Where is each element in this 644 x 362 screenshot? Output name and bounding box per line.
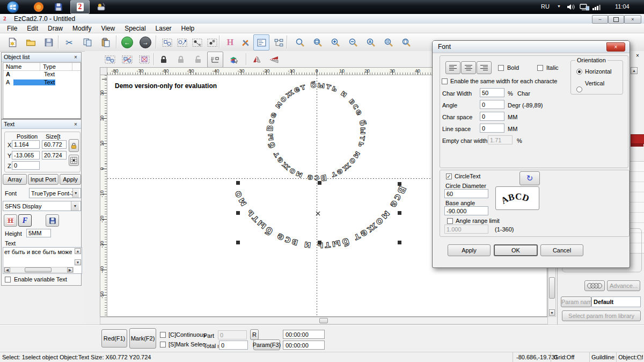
tray-expand-icon[interactable]: ▼ (557, 4, 561, 8)
align-left-button[interactable] (445, 61, 460, 74)
scroll-right-icon[interactable]: ▶ (67, 267, 73, 272)
unlock-all-button[interactable] (190, 52, 206, 68)
pen-color-swatch[interactable] (631, 134, 644, 144)
panel-close-icon[interactable]: × (636, 53, 639, 59)
text-content-value[interactable]: ет быть и все быть может (4, 249, 72, 264)
font-style-button[interactable]: F (18, 214, 32, 227)
undo-button[interactable]: ← (119, 34, 135, 50)
total-count-field[interactable] (219, 341, 248, 350)
array-button[interactable]: Array (3, 174, 27, 185)
dialog-cancel-button[interactable]: Cancel (540, 244, 583, 256)
same-width-checkbox[interactable] (442, 78, 448, 84)
set-position-button[interactable] (207, 52, 223, 68)
language-indicator[interactable]: RU (541, 3, 550, 10)
anchor-grid-button[interactable] (69, 155, 79, 166)
continuous-checkbox[interactable] (160, 332, 166, 338)
node-move-button[interactable] (189, 34, 205, 50)
angle-field[interactable] (480, 100, 504, 109)
taskbar-save-button[interactable] (54, 2, 63, 12)
zoom-out-button[interactable] (345, 34, 361, 50)
advance-button[interactable]: Advance... (607, 280, 640, 291)
start-button[interactable] (6, 1, 19, 13)
font-dialog-close-button[interactable]: × (606, 42, 625, 52)
text-panel-header[interactable]: Text × (2, 120, 81, 129)
cut-button[interactable]: ✂ (61, 34, 77, 50)
object-list-column-headers[interactable]: Name Type (3, 63, 80, 71)
object-list-header[interactable]: Object list × (2, 53, 81, 62)
save-file-button[interactable] (41, 34, 57, 50)
reset-part-button[interactable]: R (250, 329, 259, 340)
open-file-button[interactable] (23, 34, 39, 50)
vertical-radio[interactable] (576, 86, 582, 92)
circletext-direction-button[interactable]: ↻ (519, 171, 540, 185)
maximize-button[interactable] (608, 15, 624, 24)
text-hscrollbar[interactable]: ◀ ▶ (4, 267, 74, 273)
font-type-select[interactable]: TrueType Font-350 ▼ (29, 188, 81, 198)
arc-text-object-selected[interactable]: Все может быть и все быть может (107, 75, 408, 252)
node-select-button[interactable] (159, 34, 175, 50)
ungroup-button[interactable] (119, 52, 135, 68)
delete-hatch-button[interactable] (136, 52, 152, 68)
taskbar-ezcad-button[interactable]: 2 (70, 0, 90, 14)
menu-modify[interactable]: Modify (68, 24, 96, 33)
tools-button[interactable] (237, 34, 253, 50)
hatch-button[interactable]: H (222, 34, 238, 50)
new-file-button[interactable] (4, 34, 20, 50)
zoom-window-button[interactable] (310, 34, 326, 50)
paste-button[interactable] (98, 34, 114, 50)
char-space-field[interactable] (480, 112, 504, 121)
align-center-button[interactable] (461, 61, 476, 74)
line-space-field[interactable] (480, 124, 504, 133)
zoom-page-button[interactable] (398, 34, 414, 50)
bold-checkbox[interactable] (498, 65, 504, 71)
object-row-2-selected[interactable]: A Text (3, 79, 80, 86)
aspect-lock-button[interactable] (69, 139, 79, 152)
base-angle-field[interactable] (444, 206, 488, 215)
hatch-text-button[interactable]: H (4, 214, 17, 227)
angle-range-limit-checkbox[interactable] (447, 218, 453, 224)
apply-button[interactable]: Apply (60, 174, 81, 185)
menu-laser[interactable]: Laser (151, 24, 177, 33)
menu-view[interactable]: View (96, 24, 120, 33)
zoom-objects-button[interactable] (380, 34, 397, 50)
pen-list-scroll-up-icon[interactable]: ▲ (631, 67, 638, 74)
z-position-field[interactable] (12, 161, 40, 170)
object-row-1[interactable]: A Text (3, 71, 80, 78)
menu-file[interactable]: File (2, 24, 22, 33)
status-guildline[interactable]: Guildline:Off (591, 354, 615, 360)
scroll-thumb[interactable] (549, 277, 555, 299)
menu-edit[interactable]: Edit (22, 24, 43, 33)
y-position-field[interactable] (12, 151, 40, 160)
circle-text-object[interactable]: Все может быть и все быть может Все може… (107, 75, 368, 183)
scroll-down-icon[interactable]: ▼ (549, 309, 555, 316)
menu-help[interactable]: Help (177, 24, 200, 33)
text-scroll-up-icon[interactable]: ▲ (75, 248, 81, 254)
resize-grip-icon[interactable]: ◢ (638, 354, 642, 361)
lock-button[interactable] (156, 52, 172, 68)
x-position-field[interactable] (12, 140, 40, 149)
group-button[interactable] (102, 52, 118, 68)
canvas-hscrollbar[interactable] (100, 317, 548, 324)
char-width-field[interactable] (480, 88, 504, 97)
pick-color-button[interactable] (224, 52, 244, 68)
object-list-close-icon[interactable]: × (72, 54, 79, 60)
copy-button[interactable] (79, 34, 96, 50)
menu-draw[interactable]: Draw (43, 24, 68, 33)
mark-selected-checkbox[interactable] (160, 342, 166, 347)
height-field[interactable] (26, 229, 51, 237)
minimize-button[interactable]: – (592, 15, 608, 24)
volume-icon[interactable] (567, 4, 575, 10)
zoom-all-button[interactable]: A (363, 34, 379, 50)
text-scroll-down-icon[interactable]: ▼ (75, 259, 81, 265)
signal-bars-icon[interactable] (592, 5, 601, 10)
unlock-button[interactable] (173, 52, 189, 68)
dialog-ok-button[interactable]: OK (494, 244, 538, 256)
font-name-select[interactable]: SFNS Display ▼ (3, 201, 81, 211)
select-param-button[interactable]: Select param from library (562, 310, 641, 321)
font-dialog-titlebar[interactable]: Font × (433, 41, 630, 53)
circletext-checkbox[interactable]: ✓ (446, 173, 452, 179)
scroll-thumb[interactable] (319, 318, 328, 323)
x-size-field[interactable] (42, 140, 67, 149)
mirror-horizontal-button[interactable] (249, 52, 265, 68)
taskbar-firefox-button[interactable] (33, 2, 44, 12)
